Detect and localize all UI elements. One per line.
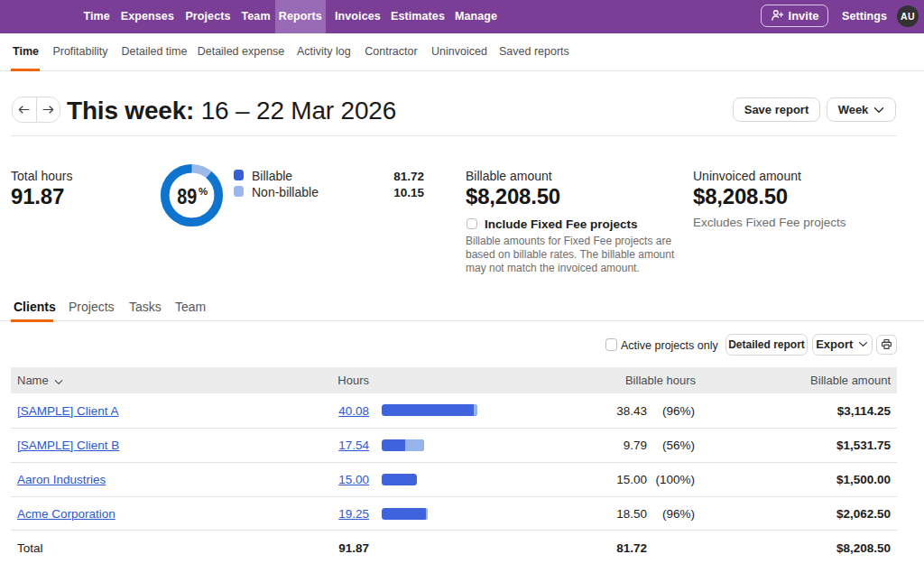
svg-text:89: 89: [177, 185, 197, 208]
svg-text:%: %: [199, 186, 208, 197]
